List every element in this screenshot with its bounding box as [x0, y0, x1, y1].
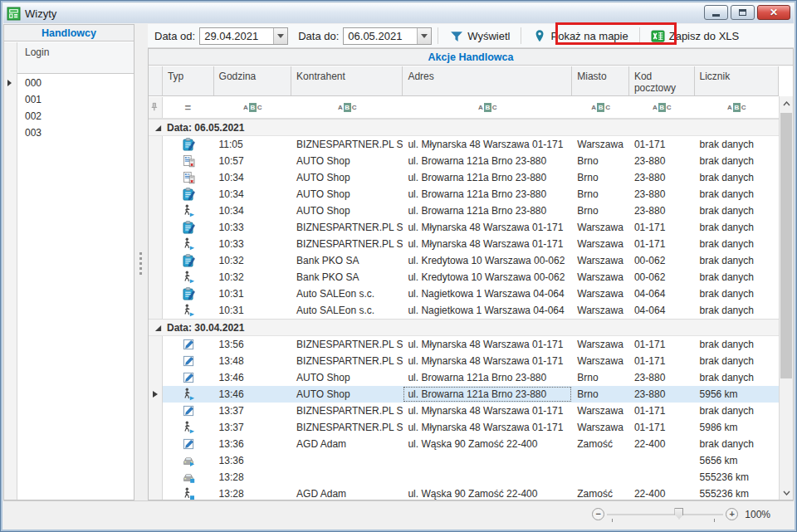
- cell-adres[interactable]: ul. Browarna 121a Brno 23-880: [403, 186, 572, 203]
- cell-miasto[interactable]: Zamość: [572, 486, 629, 500]
- cell-typ[interactable]: [163, 469, 214, 486]
- cell-adres[interactable]: ul. Browarna 121a Brno 23-880: [403, 169, 572, 186]
- cell-adres[interactable]: ul. Browarna 121a Brno 23-880: [403, 153, 572, 169]
- cell-miasto[interactable]: [572, 469, 629, 486]
- cell-kod[interactable]: 04-064: [629, 286, 695, 302]
- column-header-godzina[interactable]: Godzina: [214, 66, 292, 95]
- scroll-up-button[interactable]: [780, 96, 793, 110]
- maximize-button[interactable]: [731, 5, 755, 20]
- table-row[interactable]: 10:33BIZNESPARTNER.PL SAul. Młynarska 48…: [149, 236, 779, 252]
- sidebar-login-row[interactable]: 003: [17, 124, 134, 141]
- cell-godzina[interactable]: 10:34: [214, 169, 292, 186]
- cell-kod[interactable]: 23-880: [629, 369, 695, 386]
- column-header-adres[interactable]: Adres: [403, 66, 572, 95]
- cell-miasto[interactable]: Brno: [572, 153, 629, 169]
- filter-cell-miasto[interactable]: ABC: [572, 97, 629, 118]
- filter-cell-kontrahent[interactable]: ABC: [291, 97, 403, 118]
- cell-kontrahent[interactable]: Bank PKO SA: [291, 269, 403, 286]
- cell-miasto[interactable]: Warszawa: [572, 219, 629, 236]
- cell-typ[interactable]: [163, 136, 214, 153]
- cell-typ[interactable]: [163, 252, 214, 269]
- cell-kod[interactable]: 01-171: [629, 336, 695, 353]
- cell-kontrahent[interactable]: Auto SALEon s.c.: [291, 286, 403, 302]
- cell-adres[interactable]: [403, 452, 572, 469]
- table-row[interactable]: 10:34AUTO Shopul. Browarna 121a Brno 23-…: [149, 186, 779, 203]
- cell-godzina[interactable]: 10:31: [214, 286, 292, 302]
- title-bar[interactable]: Wizyty ✕: [3, 3, 794, 23]
- column-header-miasto[interactable]: Miasto: [572, 66, 629, 95]
- cell-kod[interactable]: 01-171: [629, 419, 695, 436]
- cell-kod[interactable]: 22-400: [629, 486, 695, 500]
- panel-splitter[interactable]: [134, 24, 148, 500]
- table-row[interactable]: 13:56BIZNESPARTNER.PL SAul. Młynarska 48…: [149, 336, 779, 353]
- cell-adres[interactable]: ul. Młynarska 48 Warszawa 01-171: [403, 219, 572, 236]
- cell-miasto[interactable]: Brno: [572, 203, 629, 219]
- cell-licznik[interactable]: brak danych: [695, 169, 779, 186]
- cell-godzina[interactable]: 13:28: [214, 486, 292, 500]
- cell-miasto[interactable]: Warszawa: [572, 419, 629, 436]
- cell-licznik[interactable]: 5656 km: [695, 452, 779, 469]
- filter-cell-typ[interactable]: =: [163, 97, 214, 118]
- cell-miasto[interactable]: Brno: [572, 386, 629, 403]
- cell-licznik[interactable]: brak danych: [695, 186, 779, 203]
- zoom-out-button[interactable]: −: [592, 508, 604, 520]
- cell-adres[interactable]: ul. Młynarska 48 Warszawa 01-171: [403, 136, 572, 153]
- date-from-dropdown-button[interactable]: [273, 28, 287, 44]
- cell-typ[interactable]: [163, 219, 214, 236]
- cell-kontrahent[interactable]: AUTO Shop: [291, 386, 403, 403]
- cell-typ[interactable]: [163, 236, 214, 252]
- cell-miasto[interactable]: Warszawa: [572, 353, 629, 369]
- cell-kod[interactable]: 01-171: [629, 136, 695, 153]
- zoom-in-button[interactable]: +: [726, 508, 738, 520]
- table-row[interactable]: 10:34AUTO Shopul. Browarna 121a Brno 23-…: [149, 169, 779, 186]
- cell-miasto[interactable]: Warszawa: [572, 336, 629, 353]
- date-to-input[interactable]: [344, 28, 417, 44]
- cell-kontrahent[interactable]: Auto SALEon s.c.: [291, 302, 403, 319]
- cell-licznik[interactable]: brak danych: [695, 252, 779, 269]
- cell-typ[interactable]: [163, 336, 214, 353]
- cell-godzina[interactable]: 10:34: [214, 203, 292, 219]
- cell-miasto[interactable]: Warszawa: [572, 269, 629, 286]
- cell-adres[interactable]: ul. Młynarska 48 Warszawa 01-171: [403, 403, 572, 419]
- sidebar-login-row[interactable]: 002: [17, 108, 134, 124]
- cell-licznik[interactable]: brak danych: [695, 269, 779, 286]
- table-row[interactable]: 13:365656 km: [149, 452, 779, 469]
- vertical-scrollbar[interactable]: [779, 96, 793, 500]
- cell-adres[interactable]: ul. Nagietkowa 1 Warszawa 04-064: [403, 302, 572, 319]
- cell-kontrahent[interactable]: BIZNESPARTNER.PL SA: [291, 419, 403, 436]
- table-row[interactable]: 13:37BIZNESPARTNER.PL SAul. Młynarska 48…: [149, 419, 779, 436]
- cell-miasto[interactable]: Brno: [572, 369, 629, 386]
- cell-kod[interactable]: 00-062: [629, 269, 695, 286]
- cell-godzina[interactable]: 10:32: [214, 269, 292, 286]
- cell-kontrahent[interactable]: BIZNESPARTNER.PL SA: [291, 353, 403, 369]
- cell-miasto[interactable]: Warszawa: [572, 302, 629, 319]
- cell-licznik[interactable]: 5956 km: [695, 386, 779, 403]
- cell-typ[interactable]: [163, 386, 214, 403]
- cell-typ[interactable]: [163, 452, 214, 469]
- cell-miasto[interactable]: Zamość: [572, 436, 629, 452]
- date-from-input[interactable]: [200, 28, 273, 44]
- toolbar-button-xls[interactable]: Zapisz do XLS: [646, 27, 745, 46]
- cell-kontrahent[interactable]: Bank PKO SA: [291, 252, 403, 269]
- group-expanded-icon[interactable]: [154, 124, 162, 132]
- cell-adres[interactable]: ul. Młynarska 48 Warszawa 01-171: [403, 353, 572, 369]
- table-row[interactable]: 10:57AUTO Shopul. Browarna 121a Brno 23-…: [149, 153, 779, 169]
- cell-kod[interactable]: 01-171: [629, 353, 695, 369]
- cell-licznik[interactable]: brak danych: [695, 236, 779, 252]
- cell-kontrahent[interactable]: BIZNESPARTNER.PL SA: [291, 336, 403, 353]
- cell-licznik[interactable]: brak danych: [695, 336, 779, 353]
- cell-kontrahent[interactable]: AUTO Shop: [291, 169, 403, 186]
- cell-licznik[interactable]: brak danych: [695, 403, 779, 419]
- table-row[interactable]: 13:46AUTO Shopul. Browarna 121a Brno 23-…: [149, 369, 779, 386]
- cell-kod[interactable]: 00-062: [629, 252, 695, 269]
- group-row[interactable]: Data: 30.04.2021: [149, 319, 779, 336]
- cell-kod[interactable]: 01-171: [629, 236, 695, 252]
- filter-cell-godzina[interactable]: ABC: [214, 97, 292, 118]
- login-column-header[interactable]: Login: [17, 42, 134, 74]
- cell-miasto[interactable]: Warszawa: [572, 252, 629, 269]
- cell-adres[interactable]: ul. Kredytowa 10 Warszawa 00-062: [403, 269, 572, 286]
- column-header-typ[interactable]: Typ: [163, 66, 214, 95]
- toolbar-button-map[interactable]: Pokaż na mapie: [527, 27, 633, 46]
- cell-godzina[interactable]: 13:37: [214, 419, 292, 436]
- cell-miasto[interactable]: [572, 452, 629, 469]
